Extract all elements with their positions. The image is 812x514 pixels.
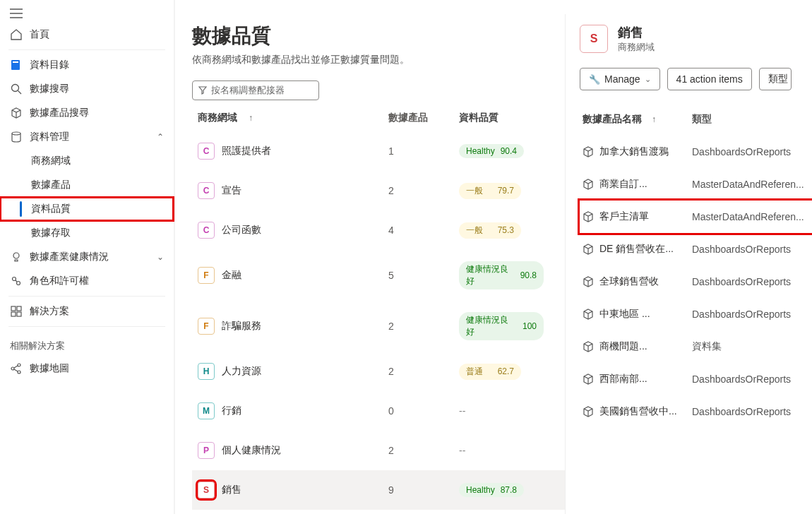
- d-col-type-label[interactable]: 類型: [692, 113, 809, 126]
- product-name: 美國銷售營收中...: [599, 405, 677, 418]
- nav-label: 角色和許可權: [30, 275, 89, 287]
- nav-search-data[interactable]: 數據搜尋: [0, 77, 174, 101]
- nav-label: 資料品質: [31, 203, 71, 215]
- share-icon: [10, 362, 23, 375]
- domain-name: 公司函數: [222, 224, 261, 237]
- domain-row[interactable]: F金融5健康情況良好90.8: [192, 250, 565, 301]
- domain-row[interactable]: F詐騙服務2健康情況良好100: [192, 301, 565, 352]
- product-row[interactable]: DE 銷售營收在...DashboardsOrReports: [580, 233, 812, 265]
- domain-row[interactable]: P個人健康情況2--: [192, 431, 565, 470]
- d-col-name-label[interactable]: 數據產品名稱: [583, 113, 642, 126]
- filter-placeholder: 按名稱調整配接器: [211, 84, 285, 97]
- product-name: 商機問題...: [599, 340, 647, 353]
- svg-point-4: [13, 253, 19, 258]
- nav-data-products[interactable]: 數據產品: [0, 173, 174, 197]
- product-type: MasterDataAndReferen...: [692, 179, 809, 190]
- col-quality-label[interactable]: 資料品質: [459, 112, 544, 124]
- page-title: 數據品質: [192, 23, 565, 49]
- product-type: DashboardsOrReports: [692, 309, 809, 320]
- product-type: 資料集: [692, 340, 809, 353]
- nav-label: 數據存取: [31, 227, 71, 239]
- filter-input[interactable]: 按名稱調整配接器: [192, 80, 319, 100]
- domain-name: 銷售: [222, 484, 241, 496]
- chevron-up-icon: ⌃: [157, 132, 164, 142]
- sort-asc-icon[interactable]: ↑: [249, 113, 253, 123]
- nav-data-quality[interactable]: 資料品質: [0, 197, 174, 221]
- product-row[interactable]: 中東地區 ...DashboardsOrReports: [580, 298, 812, 330]
- domain-count: 2: [388, 185, 459, 196]
- domain-avatar: M: [198, 402, 215, 419]
- domain-row[interactable]: C宣告2一般79.7: [192, 171, 565, 210]
- svg-point-12: [18, 364, 20, 366]
- hamburger-icon[interactable]: [0, 4, 174, 23]
- product-row[interactable]: 商業自訂...MasterDataAndReferen...: [580, 168, 812, 201]
- nav-label: 數據搜尋: [30, 83, 69, 95]
- nav-solutions[interactable]: 解決方案: [0, 299, 174, 323]
- domain-count: 9: [388, 484, 459, 496]
- domain-avatar: F: [198, 267, 215, 284]
- col-count-label[interactable]: 數據產品: [388, 112, 459, 124]
- domain-avatar: P: [198, 442, 215, 459]
- domain-row[interactable]: C照護提供者1Healthy90.4: [192, 131, 565, 171]
- product-name: 客戶主清單: [599, 210, 649, 223]
- product-row[interactable]: 商機問題...資料集: [580, 330, 812, 363]
- svg-point-11: [11, 367, 14, 370]
- quality-dash: --: [459, 405, 465, 417]
- quality-pill: 普通62.7: [459, 364, 521, 380]
- product-row[interactable]: 西部南部...DashboardsOrReports: [580, 363, 812, 395]
- detail-panel: S 銷售 商務網域 🔧 Manage ⌄ 41 action items 類型: [565, 14, 812, 514]
- domain-name: 金融: [222, 269, 241, 282]
- nav-data-management[interactable]: 資料管理 ⌃: [0, 125, 174, 149]
- svg-point-2: [12, 85, 19, 92]
- col-domain-label[interactable]: 商務網域: [198, 112, 237, 124]
- domain-row[interactable]: M行銷0--: [192, 391, 565, 431]
- nav-data-map[interactable]: 數據地圖: [0, 357, 174, 381]
- page-subtitle: 依商務網域和數據產品找出並修正數據質量問題。: [192, 54, 565, 66]
- search-icon: [10, 83, 23, 95]
- product-row[interactable]: 加拿大銷售渡鴉DashboardsOrReports: [580, 136, 812, 168]
- product-name: 西部南部...: [599, 373, 647, 386]
- nav-health[interactable]: 數據產業健康情況 ⌄: [0, 245, 174, 269]
- product-name: 中東地區 ...: [599, 308, 650, 321]
- package-icon: [583, 211, 594, 222]
- domain-row[interactable]: H人力資源2普通62.7: [192, 352, 565, 391]
- svg-point-6: [17, 282, 20, 285]
- svg-rect-10: [17, 312, 21, 316]
- nav-search-products[interactable]: 數據產品搜尋: [0, 101, 174, 125]
- detail-table-header: 數據產品名稱 ↑ 類型: [580, 103, 812, 136]
- package-icon: [10, 107, 23, 119]
- chevron-down-icon: ⌄: [157, 252, 164, 262]
- product-row[interactable]: 客戶主清單MasterDataAndReferen...: [580, 201, 812, 233]
- quality-pill: Healthy87.8: [459, 483, 524, 497]
- domain-name: 行銷: [222, 405, 241, 417]
- domain-avatar: H: [198, 363, 215, 380]
- svg-point-3: [12, 132, 20, 135]
- nav-roles[interactable]: 角色和許可權: [0, 269, 174, 293]
- nav-data-access[interactable]: 數據存取: [0, 221, 174, 245]
- quality-pill: 一般79.7: [459, 183, 521, 199]
- sort-asc-icon[interactable]: ↑: [652, 114, 656, 124]
- nav-label: 資料管理: [30, 131, 69, 143]
- related-solutions-label: 相關解決方案: [0, 330, 174, 357]
- product-row[interactable]: 美國銷售營收中...DashboardsOrReports: [580, 395, 812, 428]
- product-row[interactable]: 全球銷售營收DashboardsOrReports: [580, 265, 812, 298]
- svg-point-13: [18, 371, 20, 373]
- manage-button[interactable]: 🔧 Manage ⌄: [580, 68, 660, 90]
- domain-count: 1: [388, 145, 459, 157]
- nav-label: 數據地圖: [30, 362, 69, 375]
- product-type: DashboardsOrReports: [692, 244, 809, 255]
- domain-avatar: F: [198, 318, 215, 335]
- action-items-button[interactable]: 41 action items: [667, 68, 752, 90]
- nav-label: 解決方案: [30, 305, 69, 318]
- package-icon: [583, 309, 594, 320]
- database-icon: [10, 131, 23, 143]
- home-icon: [10, 28, 23, 41]
- domain-name: 宣告: [222, 184, 241, 197]
- domain-row[interactable]: C公司函數4一般75.3: [192, 210, 565, 250]
- nav-catalog[interactable]: 資料目錄: [0, 53, 174, 77]
- type-filter-button[interactable]: 類型: [759, 68, 792, 90]
- package-icon: [583, 244, 594, 255]
- nav-business-domain[interactable]: 商務網域: [0, 149, 174, 173]
- nav-home[interactable]: 首頁: [0, 23, 174, 47]
- domain-row[interactable]: S銷售9Healthy87.8: [192, 470, 565, 510]
